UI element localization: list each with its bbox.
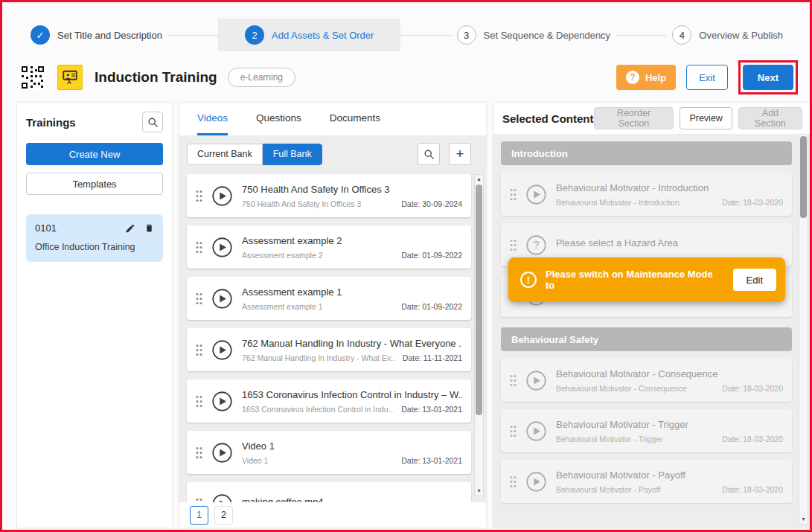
training-code: 0101 <box>35 222 57 234</box>
step-number: 2 <box>245 25 264 45</box>
video-card[interactable]: Video 1 Video 1 Date: 13-01-2021 <box>187 431 471 474</box>
section-header: Behavioural Safety <box>501 327 792 351</box>
help-label: Help <box>645 72 666 83</box>
check-icon: ✓ <box>31 25 50 45</box>
page-header: Induction Training e-Learning ? Help Exi… <box>20 61 798 94</box>
bank-toggle: Current Bank Full Bank <box>187 144 322 165</box>
drag-handle-icon[interactable] <box>510 188 517 201</box>
video-card[interactable]: 762 Manual Handling In Industry - What E… <box>187 328 471 371</box>
selected-content-scrollbar[interactable]: ▼ <box>799 134 808 525</box>
question-icon: ? <box>525 234 547 256</box>
drag-handle-icon[interactable] <box>196 190 202 202</box>
edit-training-button[interactable] <box>125 223 135 234</box>
trainings-panel: Trainings Create New Templates 0101 Offi… <box>17 103 172 528</box>
page-2-button[interactable]: 2 <box>214 506 233 525</box>
item-date: Date: 18-03-2020 <box>722 485 783 494</box>
page-1-button[interactable]: 1 <box>190 506 208 525</box>
video-card[interactable]: Assessment example 2 Assessment example … <box>187 225 471 269</box>
item-title: Please select a Hazard Area <box>556 237 783 249</box>
play-icon <box>525 471 547 493</box>
video-card[interactable]: Assessment example 1 Assessment example … <box>187 277 471 320</box>
step-set-sequence-dependency[interactable]: 3 Set Sequence & Dependency <box>451 19 617 51</box>
video-card[interactable]: 1653 Coronavirus Infection Control in In… <box>187 379 471 423</box>
create-new-button[interactable]: Create New <box>26 143 163 165</box>
selected-item[interactable]: Behavioural Motivator - Trigger Behaviou… <box>501 409 792 452</box>
scrollbar-thumb[interactable] <box>800 136 807 218</box>
step-label: Overview & Publish <box>699 30 783 41</box>
video-subtitle: 762 Manual Handling In Industry - What E… <box>242 353 395 362</box>
drag-handle-icon[interactable] <box>196 446 202 459</box>
video-subtitle: 750 Health And Safety In Offices 3 <box>242 199 394 208</box>
step-set-title-and-description[interactable]: ✓ Set Title and Description <box>25 19 168 51</box>
full-bank-button[interactable]: Full Bank <box>263 144 322 165</box>
trainings-search-button[interactable] <box>142 112 163 132</box>
next-button-highlight-annotation: Next <box>738 60 798 94</box>
scroll-up-icon[interactable]: ▲ <box>475 175 483 184</box>
plus-icon: + <box>456 147 464 161</box>
step-label: Set Title and Description <box>57 30 162 41</box>
video-card[interactable]: 750 Health And Safety In Offices 3 750 H… <box>187 174 471 217</box>
video-title: 1653 Coronavirus Infection Control in In… <box>242 389 462 400</box>
video-subtitle: Assessment example 1 <box>242 302 394 311</box>
header-actions: ? Help Exit Next <box>616 60 798 94</box>
assets-panel: Videos Questions Documents Current Bank … <box>179 103 486 528</box>
trainings-title: Trainings <box>26 116 76 129</box>
toast-message: Please switch on Maintenance Mode to <box>546 269 724 291</box>
step-overview-publish[interactable]: 4 Overview & Publish <box>666 19 789 51</box>
drag-handle-icon[interactable] <box>196 292 202 305</box>
step-label: Set Sequence & Dependency <box>484 30 611 41</box>
step-connector <box>168 35 218 36</box>
item-date: Date: 18-03-2020 <box>722 198 783 207</box>
item-subtitle: Behavioural Motivator - Consequence <box>556 384 715 393</box>
tab-questions[interactable]: Questions <box>256 103 301 135</box>
selected-content-panel: Selected Content Reorder Section Preview… <box>493 103 810 528</box>
delete-training-button[interactable] <box>144 222 154 234</box>
search-icon <box>147 117 159 128</box>
item-date: Date: 18-03-2020 <box>722 435 783 443</box>
reorder-section-button[interactable]: Reorder Section <box>594 107 674 129</box>
play-icon <box>211 237 233 258</box>
selected-content-header: Selected Content Reorder Section Preview… <box>493 103 810 134</box>
video-list-scrollbar[interactable]: ▲ ▼ <box>474 174 484 496</box>
selected-item[interactable]: Behavioural Motivator - Introduction Beh… <box>501 173 792 216</box>
drag-handle-icon[interactable] <box>196 344 202 356</box>
help-button[interactable]: ? Help <box>616 65 676 90</box>
training-name: Office Induction Training <box>35 242 154 252</box>
scroll-down-icon[interactable]: ▼ <box>799 515 808 524</box>
trainings-header: Trainings <box>17 103 172 140</box>
selected-item[interactable]: Behavioural Motivator - Payoff Behaviour… <box>501 460 792 503</box>
exit-button[interactable]: Exit <box>686 65 728 90</box>
maintenance-mode-toast: ! Please switch on Maintenance Mode to E… <box>508 257 785 302</box>
selected-item[interactable]: Behavioural Motivator - Consequence Beha… <box>501 359 792 402</box>
scroll-down-icon[interactable]: ▼ <box>475 487 483 496</box>
tab-videos[interactable]: Videos <box>197 103 228 135</box>
item-subtitle: Behavioural Motivator - Introduction <box>556 198 715 207</box>
play-icon <box>211 493 233 503</box>
current-bank-button[interactable]: Current Bank <box>187 144 263 165</box>
tab-documents[interactable]: Documents <box>330 103 380 135</box>
drag-handle-icon[interactable] <box>510 475 517 488</box>
play-icon <box>525 184 547 205</box>
next-button[interactable]: Next <box>743 65 793 90</box>
drag-handle-icon[interactable] <box>196 241 202 254</box>
scrollbar-thumb[interactable] <box>476 185 482 415</box>
preview-button[interactable]: Preview <box>680 107 732 129</box>
video-title: Assessment example 1 <box>242 286 462 298</box>
drag-handle-icon[interactable] <box>510 239 517 251</box>
asset-search-button[interactable] <box>418 143 440 165</box>
search-icon <box>423 149 435 160</box>
toast-edit-button[interactable]: Edit <box>733 269 776 291</box>
asset-tabs: Videos Questions Documents <box>179 103 486 135</box>
drag-handle-icon[interactable] <box>510 374 517 387</box>
item-subtitle: Behavioural Motivator - Trigger <box>556 435 715 443</box>
add-section-button[interactable]: Add Section <box>738 107 802 129</box>
step-label: Add Assets & Set Order <box>272 30 374 41</box>
drag-handle-icon[interactable] <box>510 425 517 438</box>
drag-handle-icon[interactable] <box>196 395 202 408</box>
training-list-item-selected[interactable]: 0101 Office Induction Training <box>26 214 163 262</box>
step-add-assets-set-order[interactable]: 2 Add Assets & Set Order <box>218 19 400 51</box>
templates-button[interactable]: Templates <box>26 173 163 195</box>
video-card[interactable]: making coffee.mp4 <box>187 482 471 502</box>
training-app-icon <box>57 65 83 90</box>
add-asset-button[interactable]: + <box>449 143 471 165</box>
